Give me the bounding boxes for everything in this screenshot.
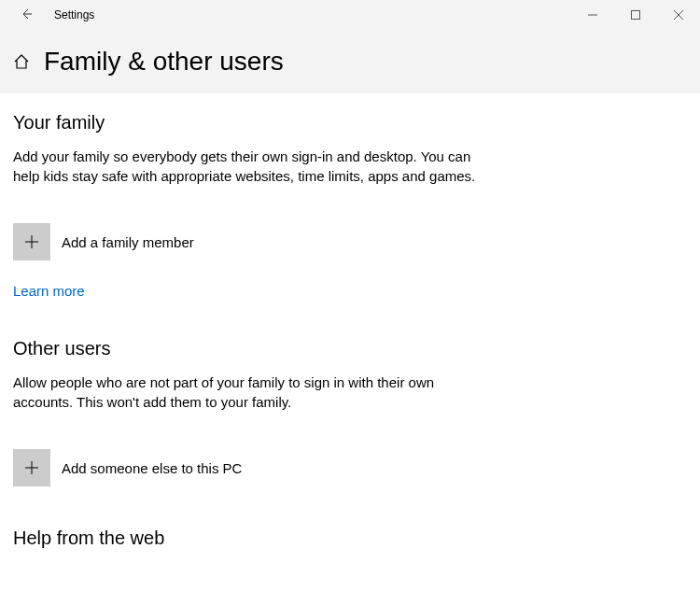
add-other-label: Add someone else to this PC [62,460,242,476]
learn-more-link[interactable]: Learn more [13,283,85,299]
other-users-heading: Other users [13,338,687,359]
window-controls [571,0,700,30]
title-bar: Settings [0,0,700,30]
page-title: Family & other users [44,47,284,77]
content-area: Your family Add your family so everybody… [0,93,700,549]
back-arrow-icon [20,7,33,23]
add-family-plus-button[interactable] [13,223,50,260]
close-button[interactable] [657,0,700,30]
add-family-label: Add a family member [62,234,194,250]
back-button[interactable] [15,4,37,26]
help-section: Help from the web [13,528,687,549]
window-title: Settings [54,8,94,21]
add-other-user-row[interactable]: Add someone else to this PC [13,449,687,486]
family-heading: Your family [13,112,687,134]
home-icon[interactable] [12,52,31,71]
family-description: Add your family so everybody gets their … [13,147,480,186]
help-heading: Help from the web [13,528,687,549]
other-users-section: Other users Allow people who are not par… [13,338,687,486]
page-header: Family & other users [0,30,700,93]
plus-icon [22,232,41,251]
add-family-member-row[interactable]: Add a family member [13,223,687,260]
maximize-button[interactable] [614,0,657,30]
other-users-description: Allow people who are not part of your fa… [13,373,480,412]
svg-rect-0 [632,11,640,20]
family-section: Your family Add your family so everybody… [13,112,687,338]
minimize-button[interactable] [571,0,614,30]
plus-icon [22,458,41,477]
add-other-plus-button[interactable] [13,449,50,486]
